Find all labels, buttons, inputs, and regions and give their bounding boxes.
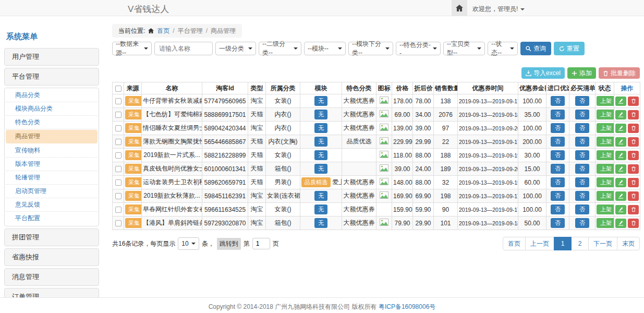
import-select-toggle[interactable]: 否 (551, 164, 565, 174)
breadcrumb-home-link[interactable]: 首页 (157, 27, 169, 35)
status-button[interactable]: 上架 (597, 177, 614, 187)
row-checkbox[interactable] (115, 193, 121, 199)
sidebar-group-item[interactable]: 拼团管理 (4, 228, 99, 246)
module-badge[interactable]: 无 (314, 164, 327, 174)
module-subcategory-select[interactable]: --模块下分类-- (348, 42, 393, 55)
edit-button[interactable] (615, 110, 626, 119)
source-badge[interactable]: 采集 (125, 150, 142, 160)
page-2[interactable]: 2 (571, 237, 589, 250)
batch-delete-button[interactable]: 批量删除 (599, 67, 640, 79)
import-select-toggle[interactable]: 否 (551, 137, 565, 147)
row-checkbox[interactable] (115, 220, 121, 226)
status-button[interactable]: 上架 (597, 204, 614, 214)
status-button[interactable]: 上架 (597, 150, 614, 160)
page-1[interactable]: 1 (554, 237, 572, 250)
search-button[interactable]: 查询 (520, 42, 551, 55)
import-select-toggle[interactable]: 否 (551, 150, 565, 160)
data-source-select[interactable]: --数据来源-- (112, 42, 152, 55)
sidebar-sub-item[interactable]: 启动页管理 (6, 185, 98, 198)
sidebar-sub-item[interactable]: 商品分类 (6, 89, 98, 102)
delete-button[interactable] (628, 137, 639, 147)
module-badge[interactable]: 无 (314, 150, 327, 160)
sidebar-sub-item[interactable]: 商品管理 (6, 130, 98, 143)
icp-link[interactable]: 粤ICP备16098006号 (379, 303, 435, 310)
source-badge[interactable]: 采集 (125, 218, 142, 228)
delete-button[interactable] (628, 164, 639, 174)
row-checkbox[interactable] (115, 139, 121, 145)
module-badge[interactable]: 无 (314, 123, 327, 133)
page-last[interactable]: 末页 (617, 237, 640, 250)
source-badge[interactable]: 采集 (125, 191, 142, 201)
sidebar-sub-item[interactable]: 模块商品分类 (6, 102, 98, 116)
sidebar-sub-item[interactable]: 轮播管理 (6, 171, 98, 185)
delete-button[interactable] (628, 191, 639, 201)
edit-button[interactable] (615, 164, 626, 174)
sidebar-sub-item[interactable]: 特色分类 (6, 116, 98, 129)
import-select-toggle[interactable]: 否 (551, 218, 565, 228)
status-button[interactable]: 上架 (597, 123, 614, 133)
delete-button[interactable] (628, 97, 639, 106)
page-next[interactable]: 下一页 (588, 237, 617, 250)
edit-button[interactable] (615, 219, 626, 228)
module-badge[interactable]: 无 (314, 96, 327, 106)
import-select-toggle[interactable]: 否 (551, 96, 565, 106)
import-select-toggle[interactable]: 否 (551, 191, 565, 201)
sidebar-sub-item[interactable]: 宣传物料 (6, 144, 98, 158)
must-buy-toggle[interactable]: 否 (575, 96, 589, 106)
module-badge[interactable]: 品质精选 (301, 177, 331, 187)
row-checkbox[interactable] (115, 98, 121, 104)
sidebar-sub-item[interactable]: 版本管理 (6, 158, 98, 171)
per-page-select[interactable]: 10 (178, 237, 199, 250)
source-badge[interactable]: 采集 (125, 110, 142, 119)
name-input[interactable] (154, 42, 213, 55)
module-select[interactable]: --模块-- (304, 42, 346, 55)
edit-button[interactable] (615, 124, 626, 133)
edit-button[interactable] (615, 191, 626, 201)
sidebar-group-item[interactable]: 省惠快报 (4, 248, 99, 266)
delete-button[interactable] (628, 219, 639, 228)
import-select-toggle[interactable]: 否 (551, 204, 565, 214)
source-badge[interactable]: 采集 (125, 123, 142, 133)
row-checkbox[interactable] (115, 166, 121, 172)
must-buy-toggle[interactable]: 否 (575, 150, 589, 160)
delete-button[interactable] (628, 205, 639, 214)
home-button[interactable] (452, 0, 467, 16)
import-select-toggle[interactable]: 否 (551, 123, 565, 133)
item-type-select[interactable]: --宝贝类型-- (443, 42, 485, 55)
must-buy-toggle[interactable]: 否 (575, 191, 589, 201)
status-button[interactable]: 上架 (597, 164, 614, 174)
import-select-toggle[interactable]: 否 (551, 110, 565, 119)
page-first[interactable]: 首页 (503, 237, 526, 250)
edit-button[interactable] (615, 178, 626, 187)
user-menu[interactable]: 欢迎您，管理员! (472, 5, 525, 14)
reset-button[interactable]: 重置 (554, 42, 585, 55)
delete-button[interactable] (628, 151, 639, 160)
source-badge[interactable]: 采集 (125, 137, 142, 147)
module-badge[interactable]: 无 (314, 204, 327, 214)
edit-button[interactable] (615, 137, 626, 147)
module-badge[interactable]: 无 (314, 191, 327, 201)
must-buy-toggle[interactable]: 否 (575, 218, 589, 228)
row-checkbox[interactable] (115, 207, 121, 213)
must-buy-toggle[interactable]: 否 (575, 123, 589, 133)
source-badge[interactable]: 采集 (125, 177, 142, 187)
status-button[interactable]: 上架 (597, 96, 614, 106)
sidebar-group-item[interactable]: 消息管理 (4, 268, 99, 286)
page-number-input[interactable] (252, 238, 270, 249)
must-buy-toggle[interactable]: 否 (575, 164, 589, 174)
level2-category-select[interactable]: --二级分类-- (259, 42, 301, 55)
delete-button[interactable] (628, 124, 639, 133)
feature-category-select[interactable]: --特色分类-- (396, 42, 441, 55)
sidebar-group-item[interactable]: 平台管理 (4, 68, 99, 86)
source-badge[interactable]: 采集 (125, 164, 142, 174)
row-checkbox[interactable] (115, 112, 121, 118)
status-select[interactable]: --状态-- (488, 42, 518, 55)
row-checkbox[interactable] (115, 152, 121, 159)
sidebar-sub-item[interactable]: 意见反馈 (6, 198, 98, 212)
delete-button[interactable] (628, 178, 639, 187)
import-select-toggle[interactable]: 否 (551, 177, 565, 187)
must-buy-toggle[interactable]: 否 (575, 204, 589, 214)
select-all-checkbox[interactable] (115, 86, 121, 92)
must-buy-toggle[interactable]: 否 (575, 137, 589, 147)
must-buy-toggle[interactable]: 否 (575, 110, 589, 119)
